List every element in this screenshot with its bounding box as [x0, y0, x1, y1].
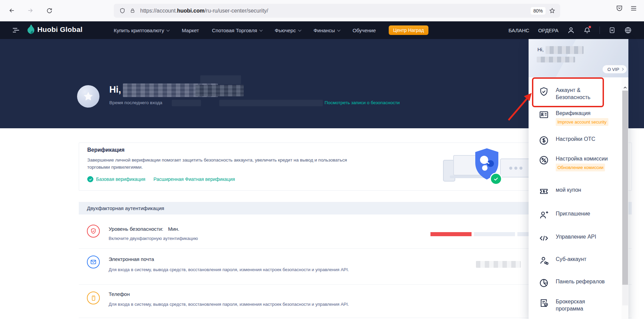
menu-item-sub-account[interactable]: Суб-аккаунт [539, 256, 610, 267]
forward-icon[interactable] [24, 5, 36, 16]
brand-name: Huobi Global [37, 25, 82, 34]
chevron-down-icon [337, 28, 341, 32]
menu-item-invitation[interactable]: Приглашение [539, 210, 610, 222]
security-level-value: Мин. [168, 226, 179, 232]
scroll-up-icon[interactable] [622, 85, 628, 90]
huobi-flame-icon [27, 25, 35, 34]
scrollbar-thumb[interactable] [622, 91, 628, 285]
nav-item-futures[interactable]: Фьючерс [275, 27, 300, 33]
menu-item-label: Верификация Improve account security [556, 110, 610, 126]
language-globe-icon[interactable] [624, 26, 632, 34]
menu-item-badge: Improve account security [556, 118, 608, 126]
divider [600, 26, 600, 34]
nav-item-market[interactable]: Маркет [182, 27, 199, 33]
menu-item-referral-panel[interactable]: Панель рефералов [539, 278, 610, 289]
vip-badge[interactable]: O VIP [603, 65, 627, 73]
menu-item-my-coupon[interactable]: мой купон [539, 186, 610, 198]
redacted-login-location [219, 100, 323, 106]
phone-icon [87, 292, 100, 304]
menu-item-label: Настройки OTC [556, 135, 610, 147]
nav-right: БАЛАНС ОРДЕРА [509, 21, 644, 39]
bookmark-star-icon[interactable] [549, 7, 555, 14]
progress-segment [474, 232, 515, 236]
redacted-menu-uid [537, 57, 575, 62]
security-shield-icon [87, 225, 100, 238]
user-icon[interactable] [567, 26, 575, 34]
rewards-center-button[interactable]: Центр Наград [389, 25, 428, 35]
menu-item-api-management[interactable]: Управление API [539, 233, 610, 245]
percent-circle-icon [539, 155, 550, 167]
menu-item-label: Брокерская программа [556, 298, 610, 312]
menu-item-broker-program[interactable]: Брокерская программа [539, 298, 610, 312]
huobi-logo[interactable]: Huobi Global [27, 25, 82, 34]
chevron-right-icon [621, 68, 624, 71]
phone-title: Телефон [109, 291, 130, 297]
menu-item-fee-settings[interactable]: Настройка комиссии Обновление комиссии [539, 155, 610, 171]
chevron-down-icon [259, 28, 263, 32]
id-card-icon [539, 110, 550, 121]
nav-item-balance[interactable]: БАЛАНС [509, 27, 529, 33]
menu-item-label: мой купон [556, 186, 610, 198]
menu-item-account-security[interactable]: Аккаунт & Безопасность [539, 87, 610, 101]
nav-items: Купить криптовалюту Маркет Спотовая Торг… [114, 21, 428, 39]
broker-doc-icon [539, 298, 550, 309]
basic-verification-link[interactable]: Базовая верификация [87, 176, 145, 182]
top-nav: Huobi Global Купить криптовалюту Маркет … [0, 21, 644, 39]
menu-item-label: Аккаунт & Безопасность [556, 87, 610, 101]
greeting-text: Hi, [109, 85, 121, 95]
redacted-login-time [172, 100, 201, 106]
sub-account-icon [539, 256, 550, 267]
avatar[interactable] [77, 85, 99, 108]
notifications-bell-icon[interactable] [584, 26, 591, 34]
back-icon[interactable] [6, 5, 18, 16]
nav-item-orders[interactable]: ОРДЕРА [538, 27, 558, 33]
check-circle-icon [87, 176, 93, 182]
menu-item-otc-settings[interactable]: Настройки OTC [539, 135, 610, 147]
chevron-down-icon [166, 28, 170, 32]
verification-title: Верификация [87, 147, 125, 153]
nav-item-spot-trading[interactable]: Спотовая Торговля [212, 27, 262, 33]
verification-description: Завершение личной верификации помогает з… [87, 156, 359, 171]
redacted-menu-username [546, 46, 584, 54]
app-download-icon[interactable] [609, 26, 615, 34]
nav-item-finance[interactable]: Финансы [313, 27, 339, 33]
menu-item-label: Настройка комиссии Обновление комиссии [556, 155, 610, 171]
email-icon [87, 256, 100, 268]
url-bar[interactable]: https://account.huobi.com/ru-ru/user-cen… [114, 4, 560, 18]
progress-segment-filled [430, 232, 472, 236]
last-login-label: Время последнего входа [109, 100, 162, 105]
hamburger-menu-icon[interactable] [630, 5, 637, 12]
code-icon [539, 233, 550, 245]
menu-item-label: Панель рефералов [556, 278, 610, 289]
email-description: Для входа в систему, вывода средств, вос… [109, 267, 349, 272]
reload-icon[interactable] [43, 5, 55, 16]
invite-person-plus-icon [539, 210, 550, 222]
security-level-hint: Включите двухфакторную аутентификацию [109, 236, 198, 241]
tracking-shield-icon[interactable] [119, 7, 125, 14]
security-records-link[interactable]: Посмотреть записи о безопасности [325, 100, 400, 105]
menu-item-verification[interactable]: Верификация Improve account security [539, 110, 610, 126]
coupon-icon [539, 186, 550, 198]
lock-icon[interactable] [130, 8, 135, 14]
nav-item-learn[interactable]: Обучение [352, 27, 376, 33]
menu-item-label: Управление API [556, 233, 610, 245]
zoom-level-badge[interactable]: 80% [531, 7, 546, 15]
pocket-icon[interactable] [616, 5, 623, 12]
browser-toolbar: https://account.huobi.com/ru-ru/user-cen… [0, 0, 644, 21]
notification-dot [589, 26, 591, 28]
chevron-down-icon [298, 28, 301, 32]
pie-chart-icon [539, 278, 550, 289]
phone-description: Для входа в систему, вывода средств, вос… [109, 302, 349, 307]
menu-item-label: Приглашение [556, 210, 610, 222]
shield-check-icon [539, 87, 550, 98]
twofa-title: Двухфакторная аутентификация [87, 205, 164, 211]
url-text: https://account.huobi.com/ru-ru/user-cen… [140, 8, 268, 14]
menu-header: Hi, O VIP [529, 39, 628, 77]
illustration-check-icon [490, 173, 502, 185]
dollar-circle-icon [539, 135, 550, 147]
menu-item-label: Суб-аккаунт [556, 256, 610, 267]
advanced-verification-link[interactable]: Расширенная Фиатная верификация [153, 176, 235, 182]
nav-item-buy-crypto[interactable]: Купить криптовалюту [114, 27, 169, 33]
nav-menu-icon[interactable] [12, 27, 20, 34]
email-title: Электронная почта [109, 256, 154, 262]
